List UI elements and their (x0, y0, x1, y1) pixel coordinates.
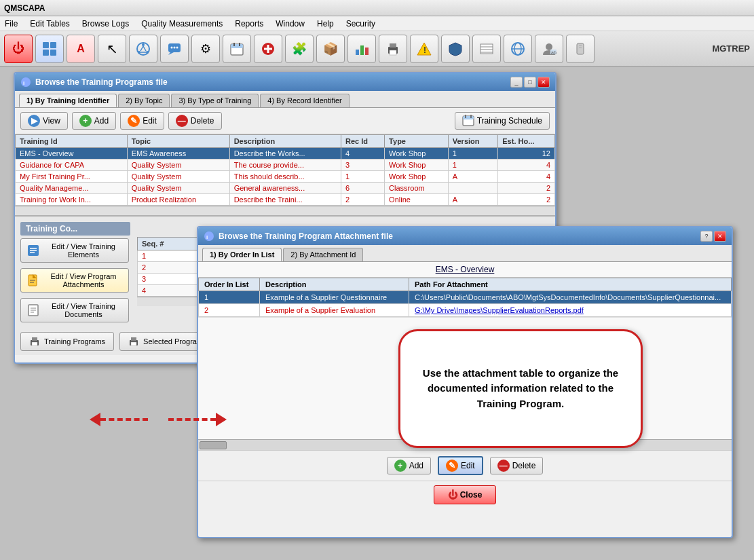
svg-point-15 (176, 46, 178, 48)
training-hscroll[interactable] (15, 206, 555, 215)
edit-view-training-docs-btn[interactable]: Edit / View Training Documents (20, 298, 129, 322)
svg-point-5 (142, 43, 145, 46)
training-win-toolbar: ▶ View + Add ✎ Edit — Delete Training Sc… (15, 108, 555, 134)
training-table-scroll[interactable]: Training Id Topic Description Rec Id Typ… (15, 134, 555, 206)
panel-header: Training Co... (20, 222, 130, 236)
close-btn[interactable]: ✕ (538, 77, 550, 88)
col-att-desc: Description (260, 278, 409, 291)
tab-by-attachment-id[interactable]: 2) By Attachment Id (283, 248, 363, 261)
tab-by-type[interactable]: 3) By Type of Training (171, 94, 259, 107)
cell-topic: Product Realization (127, 194, 229, 206)
cell-order: 2 (199, 304, 260, 317)
printer-icon (29, 336, 40, 347)
box-toolbar-btn[interactable]: 📦 (316, 35, 345, 63)
att-edit-button[interactable]: ✎ Edit (438, 456, 483, 475)
attachment-bottom-toolbar: + Add ✎ Edit — Delete (198, 450, 732, 481)
svg-rect-23 (356, 50, 359, 55)
cell-training-id: EMS - Overview (16, 148, 128, 160)
att-close-button[interactable]: ⏻ Close (434, 485, 497, 504)
menu-reports[interactable]: Reports (233, 18, 265, 29)
grid-toolbar-btn[interactable] (35, 35, 64, 63)
att-close-x-btn[interactable]: ✕ (714, 231, 726, 242)
delete-icon: — (176, 115, 188, 127)
table-row[interactable]: EMS - Overview EMS Awareness Describe th… (16, 148, 555, 160)
cell-att-desc: Example of a Supplier Evaluation (260, 304, 409, 317)
table-row[interactable]: Guidance for CAPA Quality System The cou… (16, 160, 555, 171)
training-docs-icon (26, 303, 40, 318)
plus-toolbar-btn[interactable] (254, 35, 282, 63)
attachment-table-scroll[interactable]: Order In List Description Path For Attac… (198, 278, 732, 317)
menu-file[interactable]: File (3, 18, 20, 29)
svg-rect-25 (365, 48, 369, 55)
training-programs-print-btn[interactable]: Training Programs (20, 332, 114, 351)
attachment-tab-strip: 1) By Order In List 2) By Attachment Id (198, 245, 732, 262)
table-row[interactable]: My First Training Pr... Quality System T… (16, 171, 555, 183)
edit-view-training-elements-btn[interactable]: Edit / View Training Elements (20, 238, 129, 263)
user-toolbar-btn[interactable]: abc (535, 35, 563, 63)
add-icon: + (79, 115, 92, 127)
minimize-btn[interactable]: _ (510, 77, 523, 88)
warning-toolbar-btn[interactable]: ! (410, 35, 438, 63)
tab-by-order[interactable]: 1) By Order In List (202, 248, 282, 261)
globe-toolbar-btn[interactable] (504, 35, 532, 63)
edit-icon: ✎ (128, 115, 140, 127)
svg-point-14 (174, 46, 176, 48)
arrow-left (90, 413, 148, 426)
schedule-icon (462, 115, 474, 127)
table-row[interactable]: Training for Work In... Product Realizat… (16, 194, 555, 206)
cell-description: General awareness... (229, 183, 341, 194)
puzzle-toolbar-btn[interactable]: 🧩 (285, 35, 314, 63)
cell-description: Describe the Works... (229, 148, 341, 160)
edit-view-program-attachments-btn[interactable]: Edit / View Program Attachments (20, 268, 129, 293)
power-toolbar-btn[interactable]: ⏻ (4, 35, 33, 63)
delete-button[interactable]: — Delete (168, 112, 222, 130)
cell-type: Work Shop (385, 171, 449, 183)
attachment-row[interactable]: 1 Example of a Supplier Questionnaire C:… (199, 291, 732, 304)
table-row[interactable]: Quality Manageme... Quality System Gener… (16, 183, 555, 194)
calendar-toolbar-btn[interactable] (223, 35, 251, 63)
col-path: Path For Attachment (409, 278, 732, 291)
cell-type: Online (385, 194, 449, 206)
edit-button[interactable]: ✎ Edit (120, 112, 164, 130)
gear-toolbar-btn[interactable]: ⚙ (191, 35, 220, 63)
cell-description: Describe the Traini... (229, 194, 341, 206)
scrollbar-thumb[interactable] (200, 441, 227, 449)
acrobat-toolbar-btn[interactable]: A (67, 35, 95, 63)
menu-edit-tables[interactable]: Edit Tables (28, 18, 71, 29)
att-help-btn[interactable]: ? (700, 231, 713, 242)
maximize-btn[interactable]: □ (524, 77, 536, 88)
main-area: i Browse the Training Programs file _ □ … (0, 67, 754, 560)
tools-toolbar-btn[interactable] (566, 35, 595, 63)
menu-window[interactable]: Window (274, 18, 307, 29)
col-est-hours: Est. Ho... (498, 135, 555, 148)
attachment-window-controls: ? ✕ (700, 231, 726, 242)
chat-toolbar-btn[interactable] (160, 35, 189, 63)
menubar: File Edit Tables Browse Logs Quality Mea… (0, 16, 754, 31)
cursor-toolbar-btn[interactable]: ↖ (98, 35, 126, 63)
tab-by-topic[interactable]: 2) By Topic (118, 94, 170, 107)
shield-toolbar-btn[interactable] (441, 35, 470, 63)
cell-topic: Quality System (127, 171, 229, 183)
attachment-row[interactable]: 2 Example of a Supplier Evaluation G:\My… (199, 304, 732, 317)
cell-type: Work Shop (385, 160, 449, 171)
view-button[interactable]: ▶ View (20, 112, 68, 130)
network-toolbar-btn[interactable] (129, 35, 157, 63)
tab-by-record[interactable]: 4) By Record Identifier (260, 94, 349, 107)
chart-toolbar-btn[interactable] (347, 35, 376, 63)
tab-by-training-id[interactable]: 1) By Training Identifier (19, 94, 117, 107)
menu-help[interactable]: Help (315, 18, 336, 29)
att-delete-button[interactable]: — Delete (490, 457, 544, 474)
svg-rect-0 (43, 42, 49, 48)
cell-version: A (448, 171, 498, 183)
menu-browse-logs[interactable]: Browse Logs (80, 18, 131, 29)
svg-line-8 (140, 46, 143, 51)
add-button[interactable]: + Add (72, 112, 116, 130)
svg-rect-17 (231, 44, 243, 48)
training-schedule-button[interactable]: Training Schedule (455, 112, 550, 130)
cell-version: A (448, 194, 498, 206)
att-add-button[interactable]: + Add (387, 457, 431, 474)
menu-quality[interactable]: Quality Measurements (139, 18, 225, 29)
print-toolbar-btn[interactable] (379, 35, 407, 63)
list-toolbar-btn[interactable] (472, 35, 501, 63)
menu-security[interactable]: Security (344, 18, 377, 29)
